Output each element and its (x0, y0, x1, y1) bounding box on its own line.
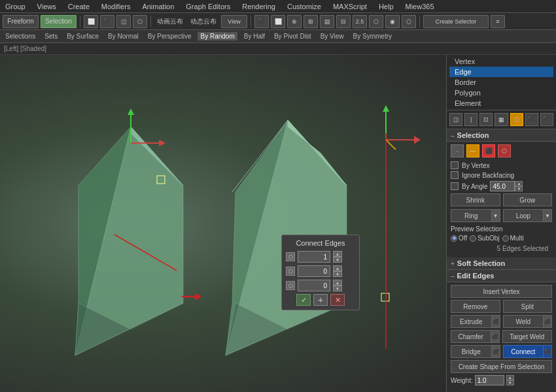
menu-miew365[interactable]: Miew365 (403, 3, 437, 10)
menu-customize[interactable]: Customize (285, 3, 324, 10)
menu-help[interactable]: Help (376, 3, 396, 10)
sub-by-surface[interactable]: By Surface (64, 32, 101, 41)
extrude-arrow[interactable]: ⬛ (491, 315, 500, 328)
icon-btn-6[interactable]: ⬛ (525, 113, 538, 126)
tb-btn-6[interactable]: ⬜ (271, 15, 285, 28)
tb-btn-14[interactable]: ⬡ (402, 15, 416, 28)
connect-add-button[interactable]: + (313, 294, 328, 306)
chamfer-button[interactable]: Chamfer (451, 330, 491, 343)
create-selector-dropdown[interactable]: Create Selector (423, 15, 489, 28)
sub-by-symmetry[interactable]: By Symmetry (351, 32, 394, 41)
icon-btn-4[interactable]: ▦ (495, 113, 508, 126)
radio-off[interactable]: Off (451, 235, 467, 242)
sub-by-half[interactable]: By Half (241, 32, 268, 41)
create-shape-button[interactable]: Create Shape From Selection (451, 360, 552, 373)
connect-spin-up-2[interactable]: ▲ (333, 265, 342, 271)
sub-sets[interactable]: Sets (42, 32, 60, 41)
element-element[interactable]: Element (449, 98, 553, 108)
weld-button[interactable]: Weld (503, 315, 544, 328)
tb-btn-4[interactable]: ⬡ (133, 15, 147, 28)
menu-graph-editors[interactable]: Graph Editors (183, 3, 233, 10)
connect-spin-down-3[interactable]: ▼ (333, 286, 342, 291)
connect-input-3[interactable] (298, 280, 330, 291)
tb-btn-2[interactable]: ⬛ (100, 15, 114, 28)
tb-btn-12[interactable]: ⬡ (369, 15, 383, 28)
sub-by-pivot-dist[interactable]: By Pivot Dist (271, 32, 314, 41)
menu-group[interactable]: Group (3, 3, 28, 10)
tb-btn-8[interactable]: ⊞ (304, 15, 318, 28)
loop-button[interactable]: Loop (503, 209, 544, 222)
icon-btn-3[interactable]: ⊡ (479, 113, 493, 126)
tb-btn-5[interactable]: ⬛ (254, 15, 269, 28)
tb-btn-13[interactable]: ◉ (385, 15, 400, 28)
sub-selections[interactable]: Selections (3, 32, 38, 41)
connect-input-2[interactable] (298, 265, 330, 277)
sub-by-random[interactable]: By Random (198, 32, 237, 41)
sub-by-perspective[interactable]: By Perspective (145, 32, 194, 41)
by-angle-check[interactable] (451, 182, 459, 190)
viewport-3d[interactable]: Connect Edges ⬡ ▲ ▼ ⬡ ▲ ▼ ⬡ (0, 55, 446, 392)
by-vertex-check[interactable] (451, 161, 459, 169)
weight-input[interactable] (475, 375, 504, 385)
connect-spin-down-2[interactable]: ▼ (333, 271, 342, 277)
menu-rendering[interactable]: Rendering (239, 3, 278, 10)
menu-modifiers[interactable]: Modifiers (99, 3, 133, 10)
tb-btn-1[interactable]: ⬜ (84, 15, 98, 28)
sub-by-view[interactable]: By View (318, 32, 347, 41)
tb-btn-7[interactable]: ⊕ (287, 15, 302, 28)
tb-btn-9[interactable]: ▤ (320, 15, 334, 28)
sel-icon-3[interactable]: ⬛ (482, 144, 495, 157)
sel-icon-1[interactable]: · (451, 144, 464, 157)
tb-btn-3[interactable]: ◫ (116, 15, 131, 28)
select-btn[interactable]: Selection (41, 15, 77, 28)
connect-input-1[interactable] (298, 251, 330, 263)
menu-create[interactable]: Create (65, 3, 92, 10)
tb-view-dropdown[interactable]: View (221, 15, 247, 28)
grow-button[interactable]: Grow (503, 193, 553, 206)
icon-btn-2[interactable]: | (464, 113, 478, 126)
ring-button[interactable]: Ring (451, 209, 491, 222)
target-weld-button[interactable]: Target Weld (502, 330, 553, 343)
selection-section-header[interactable]: – Selection (447, 129, 556, 142)
weight-spin-up[interactable]: ▲ (506, 375, 514, 380)
menu-views[interactable]: Views (35, 3, 59, 10)
tb-btn-10[interactable]: ⊟ (336, 15, 351, 28)
connect-ok-button[interactable]: ✓ (296, 294, 311, 306)
connect-spin-up-3[interactable]: ▲ (333, 280, 342, 286)
insert-vertex-button[interactable]: Insert Vertex (451, 285, 552, 298)
bridge-arrow[interactable]: ⬛ (491, 345, 500, 358)
ring-arrow-button[interactable]: ▼ (491, 209, 500, 222)
angle-input[interactable] (490, 181, 515, 191)
edit-edges-header[interactable]: – Edit Edges (447, 270, 556, 282)
tb-btn-end[interactable]: ≡ (491, 15, 505, 28)
menu-animation[interactable]: Animation (139, 3, 177, 10)
icon-btn-1[interactable]: ◫ (449, 113, 462, 126)
weight-spin-down[interactable]: ▼ (506, 380, 514, 385)
split-button[interactable]: Split (503, 300, 553, 313)
connect-cancel-button[interactable]: ✕ (330, 294, 345, 306)
freeform-btn[interactable]: Freeform (3, 15, 39, 28)
sel-icon-edge[interactable]: — (466, 144, 479, 157)
angle-spin-down[interactable]: ▼ (515, 186, 523, 191)
angle-spin-up[interactable]: ▲ (515, 181, 523, 186)
radio-subobj[interactable]: SubObj (470, 235, 499, 242)
soft-selection-header[interactable]: + Soft Selection (447, 257, 556, 270)
element-vertex[interactable]: Vertex (449, 56, 553, 67)
connect-button[interactable]: Connect (503, 345, 544, 358)
element-edge[interactable]: Edge (449, 67, 553, 77)
chamfer-arrow[interactable]: ⬛ (491, 330, 500, 343)
weld-arrow[interactable]: ⬛ (543, 315, 552, 328)
bridge-button[interactable]: Bridge (451, 345, 491, 358)
extrude-button[interactable]: Extrude (451, 315, 491, 328)
element-polygon[interactable]: Polygon (449, 88, 553, 98)
icon-btn-7[interactable]: ⬛ (540, 113, 553, 126)
tb-btn-11[interactable]: 2.5 (353, 15, 367, 28)
ignore-backfacing-check[interactable] (451, 171, 459, 179)
connect-spin-down-1[interactable]: ▼ (333, 257, 342, 263)
element-border[interactable]: Border (449, 77, 553, 88)
sub-by-normal[interactable]: By Normal (105, 32, 141, 41)
sel-icon-4[interactable]: ⬡ (498, 144, 511, 157)
connect-spin-up-1[interactable]: ▲ (333, 251, 342, 257)
radio-multi[interactable]: Multi (502, 235, 524, 242)
loop-arrow-button[interactable]: ▼ (543, 209, 552, 222)
